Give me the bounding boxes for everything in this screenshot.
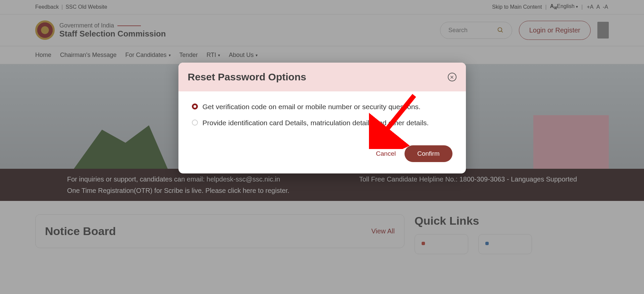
confirm-button[interactable]: Confirm — [405, 145, 452, 162]
modal-overlay: Reset Password Options ✕ Get verificatio… — [0, 0, 644, 294]
radio-selected-icon[interactable] — [192, 103, 198, 109]
option-verification-code[interactable]: Get verification code on email or mobile… — [192, 101, 452, 112]
close-icon[interactable]: ✕ — [448, 73, 457, 81]
reset-password-modal: Reset Password Options ✕ Get verificatio… — [178, 63, 466, 173]
option-label: Get verification code on email or mobile… — [203, 101, 421, 112]
modal-title: Reset Password Options — [188, 71, 306, 83]
modal-body: Get verification code on email or mobile… — [178, 91, 466, 137]
option-identification-details[interactable]: Provide identification card Details, mat… — [192, 118, 452, 128]
option-label: Provide identification card Details, mat… — [203, 118, 429, 128]
radio-unselected-icon[interactable] — [192, 120, 198, 126]
modal-footer: Cancel Confirm — [178, 137, 466, 173]
cancel-button[interactable]: Cancel — [376, 150, 396, 157]
modal-header: Reset Password Options ✕ — [178, 63, 466, 91]
